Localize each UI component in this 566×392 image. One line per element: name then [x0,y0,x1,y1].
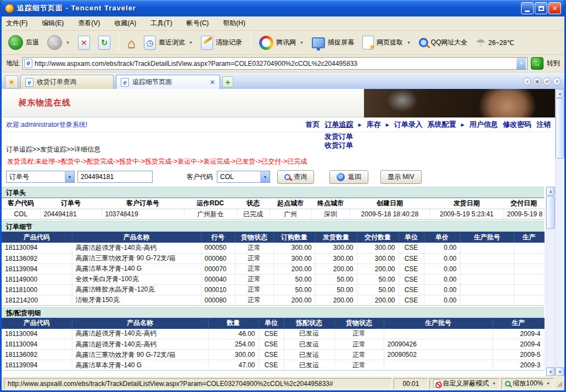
scrollbar-thumb[interactable] [556,98,564,159]
scrollbar-thumb[interactable] [546,196,555,229]
nav-item[interactable]: 修改密码 [503,120,531,130]
order-number-input[interactable] [77,171,153,183]
switch-tab-button[interactable]: ⇄ [543,77,551,86]
zoom-control[interactable]: 缩放100% ▼ [501,378,554,389]
window-scrollbar[interactable]: ▲ ▼ [555,89,564,376]
resize-grip[interactable]: ◢ [557,379,562,388]
tencent-dropdown-icon[interactable]: ▼ [300,41,304,44]
section-order-header: 订单头 [2,187,544,198]
menu-item[interactable]: 工具(T) [150,19,172,28]
return-button[interactable]: ↺ 返回 [329,170,368,184]
cell: 高露洁超强牙膏-140克-高钙 [72,339,208,350]
menu-item[interactable]: 帮助(H) [223,19,245,28]
forward-button[interactable]: → ▼ [45,34,72,51]
cell: 20090502 [384,350,492,360]
refresh-button[interactable]: ↻ [96,35,113,51]
menu-item[interactable]: 文件(F) [6,19,27,28]
web-extract-button[interactable]: ★ 网页提取 ▼ [360,35,413,51]
capture-screen-button[interactable]: 捕捉屏幕 [310,36,356,49]
column-header: 数量 [208,318,259,329]
cell: 高露洁草本牙膏-140 G [72,264,201,274]
window-controls: ✕ [521,2,561,14]
menu-item[interactable]: 编辑(E) [42,19,64,28]
close-tab-icon[interactable]: ✕ [210,79,215,86]
expand-tabs-button[interactable]: ∨ [523,77,531,86]
stop-button[interactable]: ✕ [76,35,92,51]
extract-dropdown-icon[interactable]: ▼ [407,41,411,44]
query-button[interactable]: 查询 [277,170,314,184]
scroll-down-icon[interactable]: ▼ [556,367,564,376]
show-miv-button[interactable]: 显示 MIV [380,170,422,184]
weather-widget[interactable]: ☂ 26~28℃ [474,35,517,51]
close-button[interactable]: ✕ [548,2,561,14]
address-input[interactable] [32,60,517,68]
scroll-down-icon[interactable]: ▼ [546,367,555,376]
chevron-down-icon[interactable]: ▼ [492,382,496,385]
nav-item[interactable]: 订单录入 [394,120,423,130]
cell: 0.00 [424,264,460,274]
minimize-button[interactable] [521,2,534,14]
chevron-down-icon[interactable]: ▼ [546,382,550,385]
back-button[interactable]: ← 后退 [6,34,41,51]
new-tab-button[interactable]: + [222,76,233,87]
table-row: 181136092高露洁三重功效牙膏 90 G-72支/箱300.00CSE已发… [2,350,544,360]
clear-records-button[interactable]: 清除记录 [199,35,244,51]
nav-item[interactable]: 库存 [367,120,381,130]
go-arrow-icon: → [534,60,541,68]
subnav-zone: 发货订单收货订单 订单追踪>>发货追踪>>详细信息 [2,132,555,156]
browser-window: 追踪细节页面 - Tencent Traveler ✕ 文件(F)编辑(E)查看… [0,0,566,392]
zoom-icon [505,381,511,387]
web-extract-icon: ★ [362,36,374,49]
column-header: 生产 [492,318,544,329]
browser-tab[interactable]: e追踪细节页面✕ [116,75,220,89]
forward-dropdown-icon[interactable]: ▼ [66,41,70,44]
tab-list-button[interactable]: ▣ [533,77,541,86]
cell [384,329,492,339]
address-dropdown-icon[interactable]: ▼ [517,58,526,69]
qq-sites-button[interactable]: QQ网址大全 [417,37,470,48]
favorites-button[interactable]: ★ [5,75,18,88]
nav-item[interactable]: 订单追踪 [325,120,354,130]
nav-arrow-icon: ▶ [358,122,362,127]
tencent-site-button[interactable]: 腾讯网 ▼ [257,35,306,51]
nav-item[interactable]: 注销 [536,120,551,130]
refresh-icon: ↻ [98,36,110,50]
close-tab-group-button[interactable]: ✕ [553,77,561,86]
cell: 50.00 [315,274,357,284]
nav-item[interactable]: 系统配置 [428,120,456,130]
browser-tab[interactable]: e收货订单查询 [20,75,114,89]
block-mode-control[interactable]: 自定义屏蔽模式 ▼ [429,378,500,389]
home-button[interactable]: ⌂ [125,35,138,51]
submenu-item[interactable]: 发货订单 [324,132,353,141]
page-icon: e [24,59,32,68]
nav-item[interactable]: 用户信息 [469,120,498,130]
customer-code-select[interactable]: COL ▼ [217,171,270,183]
cell [460,264,514,274]
inner-scrollbar[interactable]: ▲ ▼ [546,187,555,376]
cell: 181136092 [2,350,72,360]
recent-history-button[interactable]: ◷ 最近浏览 ▼ [142,35,195,51]
banner-photo [364,89,555,117]
section-order-detail: 订单细节 [2,221,544,232]
cell [460,295,514,305]
scroll-up-icon[interactable]: ▲ [546,187,555,195]
submenu-item[interactable]: 收货订单 [324,141,353,150]
recent-dropdown-icon[interactable]: ▼ [189,41,193,44]
column-header: 终点城市 [311,198,350,209]
zoom-label: 缩放100% [513,379,543,388]
nav-arrow-icon: ▶ [386,122,389,127]
order-type-select[interactable]: 订单号 ▼ [6,171,75,183]
menu-item[interactable]: 帐号(C) [187,19,209,28]
column-header: 客户订单号 [102,198,184,209]
menu-item[interactable]: 查看(V) [78,19,100,28]
cell [514,284,544,295]
menu-item[interactable]: 收藏(A) [114,19,136,28]
cell: 正常 [334,360,384,371]
maximize-button[interactable] [535,2,547,14]
cell: 正常 [235,274,273,284]
scroll-up-icon[interactable]: ▲ [556,89,564,98]
cell: 50.00 [315,284,357,295]
nav-item[interactable]: 首页 [306,120,320,130]
pick-detail-table: 产品代码产品名称数量单位拣配状态货物状态生产批号生产181130094高露洁超强… [2,318,544,371]
go-button[interactable]: → [531,57,543,70]
